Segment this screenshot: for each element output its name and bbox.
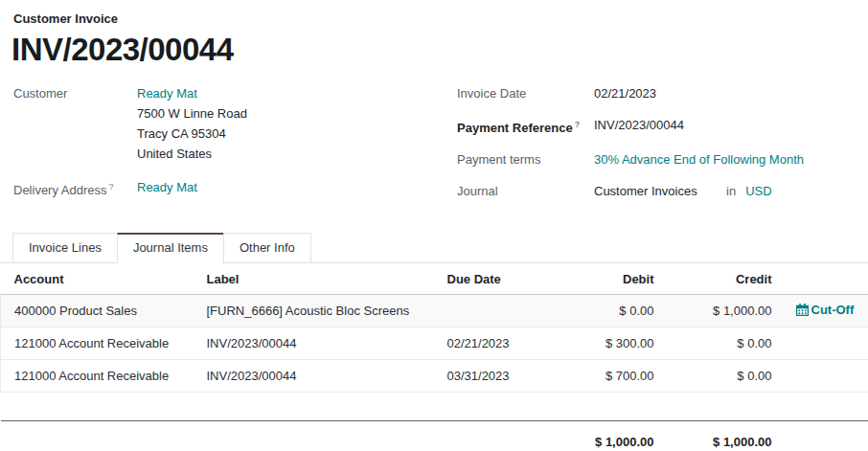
notebook-tabs: Invoice Lines Journal Items Other Info (0, 232, 868, 263)
help-icon: ? (109, 182, 114, 192)
payment-terms-label: Payment terms (457, 149, 594, 169)
form-fields: Customer Ready Mat 7500 W Linne Road Tra… (0, 83, 868, 213)
cell-credit: $ 1,000.00 (662, 295, 780, 327)
page-title: INV/2023/00044 (11, 32, 868, 68)
payment-terms-link[interactable]: 30% Advance End of Following Month (594, 149, 804, 169)
column-header-label[interactable]: Label (207, 263, 447, 295)
column-header-debit[interactable]: Debit (562, 263, 662, 295)
journal-value: Customer Invoices (594, 181, 726, 201)
address-line: United States (137, 144, 247, 164)
delivery-address-link[interactable]: Ready Mat (137, 177, 197, 200)
cut-off-label: Cut-Off (811, 303, 855, 317)
cell-account: 400000 Product Sales (1, 295, 207, 327)
cell-due-date (447, 295, 562, 327)
cell-debit: $ 300.00 (562, 327, 662, 360)
cell-label: INV/2023/00044 (207, 327, 447, 360)
cut-off-button[interactable]: Cut-Off (796, 303, 855, 317)
cell-account: 121000 Account Receivable (1, 327, 207, 360)
cell-credit: $ 0.00 (662, 327, 780, 360)
tab-other-info[interactable]: Other Info (223, 233, 311, 263)
field-delivery-address: Delivery Address? Ready Mat (13, 177, 457, 200)
field-invoice-date: Invoice Date 02/21/2023 (457, 83, 868, 103)
column-header-action (780, 263, 868, 295)
delivery-address-label: Delivery Address? (13, 177, 137, 200)
table-header-row: Account Label Due Date Debit Credit (1, 263, 868, 295)
cell-credit: $ 0.00 (662, 360, 780, 393)
cell-account: 121000 Account Receivable (1, 360, 207, 393)
field-journal: Journal Customer InvoicesinUSD (457, 181, 868, 201)
table-row[interactable]: 121000 Account Receivable INV/2023/00044… (1, 327, 868, 360)
table-spacer-row (1, 393, 868, 421)
tab-journal-items[interactable]: Journal Items (117, 233, 224, 263)
total-debit: $ 1,000.00 (562, 421, 662, 451)
cell-due-date: 03/31/2023 (447, 360, 562, 393)
journal-items-table: Account Label Due Date Debit Credit 4000… (0, 263, 868, 451)
payment-reference-value: INV/2023/00044 (594, 115, 684, 138)
cell-debit: $ 700.00 (562, 360, 662, 393)
field-payment-reference: Payment Reference? INV/2023/00044 (457, 115, 868, 138)
payment-reference-label: Payment Reference? (457, 115, 594, 138)
help-icon: ? (575, 120, 581, 129)
customer-label: Customer (13, 83, 137, 164)
cell-debit: $ 0.00 (562, 295, 662, 327)
tab-invoice-lines[interactable]: Invoice Lines (12, 233, 118, 263)
address-line: Tracy CA 95304 (137, 124, 247, 144)
cell-label: [FURN_6666] Acoustic Bloc Screens (207, 295, 447, 327)
invoice-date-label: Invoice Date (457, 83, 594, 103)
field-payment-terms: Payment terms 30% Advance End of Followi… (457, 149, 868, 169)
journal-label: Journal (457, 181, 594, 201)
cell-label: INV/2023/00044 (207, 360, 447, 393)
column-header-due-date[interactable]: Due Date (447, 263, 562, 295)
table-totals-row: $ 1,000.00 $ 1,000.00 (1, 421, 868, 451)
table-row[interactable]: 400000 Product Sales [FURN_6666] Acousti… (1, 295, 868, 327)
total-credit: $ 1,000.00 (662, 421, 780, 451)
column-header-account[interactable]: Account (1, 263, 207, 295)
invoice-date-value: 02/21/2023 (594, 83, 656, 103)
table-row[interactable]: 121000 Account Receivable INV/2023/00044… (1, 360, 868, 393)
journal-in-text: in (726, 184, 736, 198)
cell-due-date: 02/21/2023 (447, 327, 562, 360)
address-line: 7500 W Linne Road (137, 103, 247, 124)
journal-currency-link[interactable]: USD (745, 184, 771, 198)
calendar-icon (796, 304, 809, 316)
column-header-credit[interactable]: Credit (662, 263, 780, 295)
field-customer: Customer Ready Mat 7500 W Linne Road Tra… (13, 83, 457, 164)
customer-link[interactable]: Ready Mat (137, 86, 197, 101)
breadcrumb: Customer Invoice (0, 0, 868, 26)
